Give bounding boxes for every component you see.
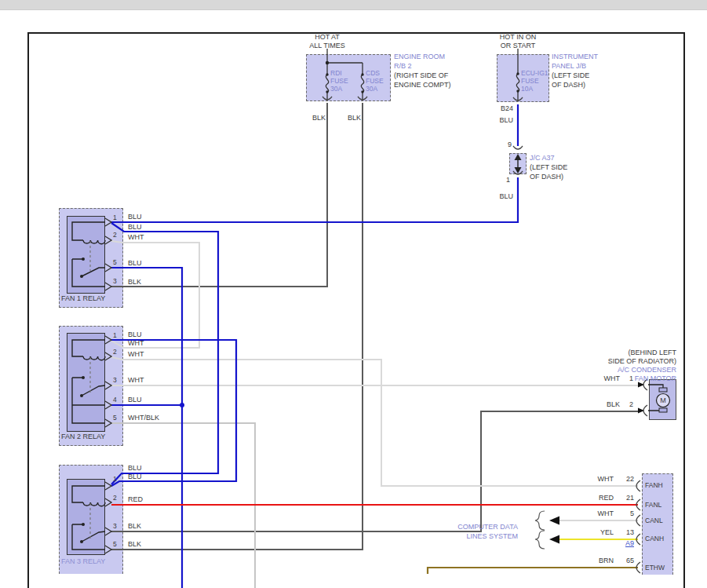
rb2-feed-label: HOT AT ALL TIMES — [301, 33, 353, 50]
fan1-relay-name: FAN 1 RELAY — [61, 294, 105, 303]
wire-label-blk-rdi: BLK — [312, 114, 326, 122]
fan1-wire-wht: WHT — [128, 233, 144, 242]
motor-pin1-number: 1 — [624, 374, 633, 383]
junction-connector-a37-box — [509, 153, 527, 174]
data-lines-label-2: LINES SYSTEM — [436, 532, 518, 541]
ecu-num-22: 22 — [617, 475, 634, 484]
fan2-wire-whtblk-5: WHT/BLK — [128, 414, 159, 422]
ecu-num-65: 65 — [617, 557, 634, 565]
motor-location-2: SIDE OF RADIATOR) — [559, 357, 676, 366]
fan3-pin1-number: 1 — [113, 475, 117, 483]
ecu-wire-wht-5: WHT — [589, 509, 614, 518]
fan3-relay-inner-box — [67, 479, 105, 555]
fan3-pin5-number: 5 — [113, 540, 117, 548]
ecu-wire-wht-22: WHT — [589, 475, 614, 484]
jc-name-label: J/C A37 (LEFT SIDE OF DASH) — [530, 153, 567, 181]
fan2-relay-inner-box — [67, 333, 105, 432]
fan1-wire-blu-5: BLU — [128, 259, 142, 268]
fan1-wire-blu-b: BLU — [128, 223, 142, 232]
fan1-pin3-number: 3 — [113, 277, 117, 285]
fan2-wire-wht-2: WHT — [128, 350, 144, 359]
fan2-pin1-number: 1 — [113, 331, 117, 339]
fan3-relay-name: FAN 3 RELAY — [61, 557, 105, 566]
fan1-wire-blu-a: BLU — [128, 213, 142, 221]
fan2-pin3-number: 3 — [113, 376, 117, 384]
ecu-wire-brn-65: BRN — [589, 557, 614, 565]
fan1-wire-blk: BLK — [128, 278, 141, 287]
fan2-pin4-number: 4 — [113, 396, 117, 404]
ecu-pin-fanh: FANH — [645, 481, 663, 489]
fan3-wire-red: RED — [128, 495, 143, 504]
wire-label-blk-cds: BLK — [347, 114, 361, 122]
fan2-pin2-number: 2 — [113, 348, 117, 356]
fan3-wire-blu-a: BLU — [128, 464, 142, 473]
ecu-pin-ethw: ETHW — [645, 564, 665, 572]
fan2-wire-blu-1: BLU — [128, 331, 142, 339]
data-lines-label-1: COMPUTER DATA — [436, 523, 518, 531]
motor-wire-blk: BLK — [596, 400, 620, 409]
fan1-pin5-number: 5 — [113, 258, 117, 266]
wiring-diagram-page: { "colors": { "wire_blu": "#1414cc", "wi… — [0, 0, 707, 588]
fuse-rdi-label: RDIFUSE30A — [330, 69, 348, 93]
ecu-num-13: 13 — [617, 528, 634, 537]
jb-name-label: INSTRUMENT PANEL J/B (LEFT SIDE OF DASH) — [552, 52, 598, 89]
fan2-pin5-number: 5 — [113, 414, 117, 422]
jc-pin-out: 1 — [497, 176, 510, 184]
fan3-wire-blk-3: BLK — [128, 522, 141, 531]
motor-wire-wht: WHT — [596, 374, 620, 383]
fan3-pin2-number: 2 — [113, 494, 117, 502]
fan1-pin2-number: 2 — [113, 231, 117, 239]
motor-location-1: (BEHIND LEFT — [559, 349, 676, 357]
rb2-name-label: ENGINE ROOM R/B 2 (RIGHT SIDE OF ENGINE … — [394, 52, 451, 89]
ecu-pin-canl: CANL — [645, 517, 663, 524]
motor-pin2-number: 2 — [624, 400, 633, 409]
jc-pin-in: 9 — [499, 141, 512, 149]
fan3-wire-blu-b: BLU — [128, 473, 142, 481]
ecu-pin-canh: CANH — [645, 535, 664, 542]
motor-m-symbol: M — [658, 396, 669, 405]
motor-name-1: A/C CONDENSER — [559, 366, 676, 374]
window-top-bar — [0, 0, 707, 10]
fuse-ecuig1-label: ECU-IG1FUSE10A — [521, 69, 548, 93]
fuse-cds-label: CDSFUSE30A — [366, 69, 384, 93]
pin-label-b24: B24 — [493, 104, 513, 113]
fan2-relay-name: FAN 2 RELAY — [61, 433, 105, 441]
ecu-wire-yel-13: YEL — [589, 528, 614, 537]
fan2-wire-wht-3: WHT — [128, 376, 144, 385]
ecu-wire-red-21: RED — [589, 494, 614, 502]
fan1-relay-inner-box — [67, 216, 105, 294]
wire-label-blu-jc: BLU — [493, 192, 513, 201]
jb-feed-label: HOT IN ON OR START — [495, 33, 541, 50]
fan3-wire-blk-5: BLK — [128, 540, 141, 549]
wire-label-blu-jb: BLU — [493, 116, 513, 125]
ecu-ref-a9-link[interactable]: A9 — [621, 539, 634, 548]
fan2-wire-wht-1b: WHT — [128, 339, 144, 348]
ecu-pin-fanl: FANL — [645, 501, 661, 509]
fan1-pin1-number: 1 — [113, 214, 117, 221]
ecu-num-5: 5 — [617, 509, 634, 518]
fan3-pin3-number: 3 — [113, 522, 117, 530]
ecu-num-21: 21 — [617, 494, 634, 502]
fan2-wire-blu-4: BLU — [128, 396, 142, 404]
